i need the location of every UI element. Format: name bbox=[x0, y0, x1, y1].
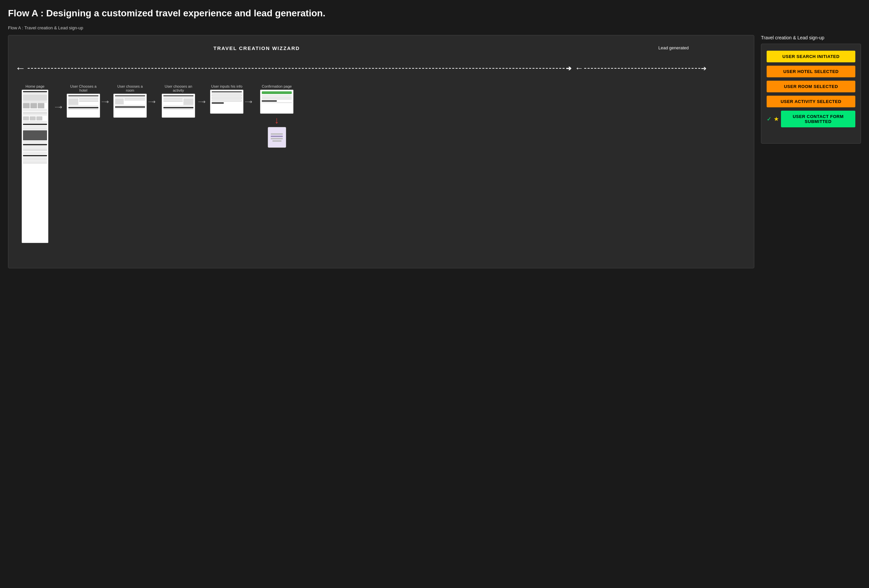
step-home: Home page bbox=[15, 84, 55, 243]
event-hotel[interactable]: USER HOTEL SELECTED bbox=[767, 66, 855, 77]
event-activity[interactable]: USER ACTIVITY SELECTED bbox=[767, 96, 855, 107]
event-contact-form[interactable]: USER CONTACT FORM SUBMITTED bbox=[781, 111, 855, 127]
star-icon: ★ bbox=[774, 116, 779, 123]
event-search[interactable]: USER SEARCH INITIATED bbox=[767, 51, 855, 62]
flow-diagram: TRAVEL CREATION WIZZARD Lead generated ←… bbox=[8, 35, 754, 268]
event-room[interactable]: USER ROOM SELECTED bbox=[767, 81, 855, 92]
step-info: User inputs his info bbox=[208, 84, 245, 114]
red-arrow-down: ↓ bbox=[274, 116, 279, 125]
lead-label: Lead generated bbox=[658, 45, 689, 50]
sidebar-title: Travel creation & Lead sign-up bbox=[761, 35, 861, 40]
lead-document bbox=[268, 127, 286, 148]
sidebar-panel: Travel creation & Lead sign-up USER SEAR… bbox=[761, 35, 861, 268]
check-icon: ✓ bbox=[767, 116, 772, 123]
step-activity: User chooses an activity bbox=[159, 84, 199, 118]
main-arrow-right: ➔ bbox=[566, 64, 572, 73]
step-confirmation: Confirmation page ↓ bbox=[255, 84, 298, 148]
secondary-arrow-left: ← bbox=[575, 63, 584, 73]
step-hotel: User Chooses a hotel bbox=[65, 84, 102, 118]
wizard-label: TRAVEL CREATION WIZZARD bbox=[214, 45, 300, 51]
sidebar-box: USER SEARCH INITIATED USER HOTEL SELECTE… bbox=[761, 44, 861, 144]
main-arrow-left: ← bbox=[15, 62, 26, 74]
step-room: User chooses a room bbox=[112, 84, 148, 118]
event-contact-row: ✓ ★ USER CONTACT FORM SUBMITTED bbox=[767, 111, 855, 127]
page-title: Flow A : Designing a customized travel e… bbox=[8, 8, 861, 19]
breadcrumb: Flow A : Travel creation & Lead sign-up bbox=[8, 25, 861, 30]
secondary-arrow-right: ➔ bbox=[701, 64, 707, 73]
